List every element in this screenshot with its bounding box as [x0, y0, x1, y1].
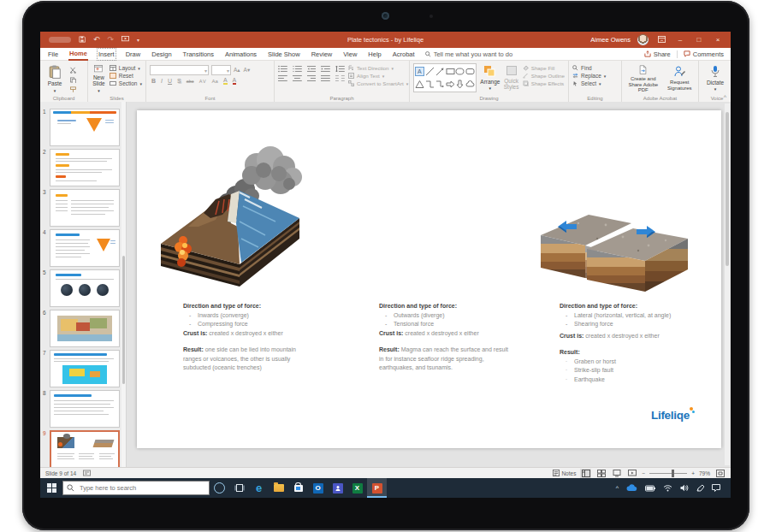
zoom-slider-thumb[interactable]	[672, 470, 674, 477]
justify-icon[interactable]	[321, 74, 330, 82]
character-spacing-icon[interactable]: AV	[199, 79, 207, 84]
task-view-button[interactable]	[229, 478, 249, 498]
save-icon[interactable]	[79, 36, 86, 44]
line-spacing-icon[interactable]	[335, 65, 345, 73]
fit-to-window-button[interactable]	[714, 469, 726, 478]
tell-me-search[interactable]: Tell me what you want to do	[425, 50, 513, 58]
slide-thumbnail-9-selected[interactable]	[50, 430, 120, 470]
battery-icon[interactable]	[645, 485, 655, 492]
shape-fill-button[interactable]: Shape Fill	[523, 65, 565, 71]
bullets-icon[interactable]	[278, 65, 287, 73]
tab-view[interactable]: View	[342, 49, 358, 60]
collapse-ribbon-button[interactable]: ^	[724, 94, 726, 100]
zoom-slider[interactable]	[649, 473, 687, 474]
minimize-button[interactable]: –	[674, 36, 686, 44]
edge-button[interactable]: e	[249, 478, 269, 498]
underline-icon[interactable]: U	[168, 78, 172, 84]
quick-styles-button[interactable]: Quick Styles	[503, 63, 518, 93]
tab-review[interactable]: Review	[311, 49, 334, 60]
numbering-icon[interactable]	[293, 65, 302, 73]
slideshow-view-button[interactable]	[626, 469, 637, 478]
text-shadow-icon[interactable]: S	[177, 78, 181, 84]
shape-outline-button[interactable]: Shape Outline	[523, 73, 565, 79]
grow-font-icon[interactable]: A▴	[234, 67, 240, 74]
reading-view-button[interactable]	[611, 469, 622, 478]
dictate-button[interactable]: Dictate▾	[702, 63, 728, 93]
text-column-convergent[interactable]: Direction and type of force: Inwards (co…	[183, 302, 315, 373]
tab-slide-show[interactable]: Slide Show	[267, 49, 301, 60]
redo-icon[interactable]: ↷	[108, 36, 115, 44]
slide-thumbnail-4[interactable]	[50, 229, 120, 267]
canvas-scrollbar[interactable]	[725, 103, 730, 465]
text-direction-button[interactable]: Text Direction▾	[348, 65, 408, 71]
close-button[interactable]: ×	[712, 36, 724, 44]
slide-thumbnail-2[interactable]	[50, 149, 120, 186]
onedrive-icon[interactable]	[626, 484, 637, 492]
columns-icon[interactable]	[335, 74, 345, 82]
font-name-combo[interactable]: ▾	[150, 65, 209, 75]
share-button[interactable]: Share	[644, 50, 671, 58]
tab-insert[interactable]: Insert	[98, 49, 116, 60]
autosave-toggle[interactable]	[49, 37, 71, 43]
change-case-icon[interactable]: Aa	[212, 79, 218, 84]
reset-button[interactable]: Reset	[110, 73, 142, 79]
slide-thumbnail-6[interactable]	[50, 310, 120, 347]
align-left-icon[interactable]	[278, 74, 287, 82]
slide-thumbnail-3[interactable]	[50, 189, 120, 227]
cortana-button[interactable]	[210, 478, 229, 498]
restore-button[interactable]: □	[693, 36, 705, 44]
powerpoint-button[interactable]: P	[367, 478, 387, 498]
tab-home[interactable]: Home	[68, 48, 88, 61]
tab-draw[interactable]: Draw	[125, 49, 142, 60]
strikethrough-icon[interactable]: abc	[187, 79, 194, 84]
zoom-out-button[interactable]: −	[642, 470, 645, 476]
taskbar-search-box[interactable]	[62, 481, 210, 495]
file-explorer-button[interactable]	[269, 478, 288, 498]
align-text-button[interactable]: Align Text▾	[348, 73, 408, 79]
start-from-beginning-icon[interactable]	[121, 36, 129, 44]
volume-icon[interactable]	[680, 484, 689, 492]
customize-qat-icon[interactable]: ▾	[137, 38, 139, 43]
avatar[interactable]	[637, 34, 649, 45]
ribbon-display-options-icon[interactable]	[655, 36, 667, 44]
create-share-pdf-button[interactable]: Create and Share Adobe PDF	[625, 63, 660, 93]
normal-view-button[interactable]	[580, 469, 591, 478]
find-button[interactable]: Find	[572, 65, 606, 71]
select-button[interactable]: Select▾	[572, 80, 606, 86]
shape-effects-button[interactable]: Shape Effects	[523, 80, 565, 86]
highlight-color-icon[interactable]: A	[223, 77, 228, 85]
slide-9[interactable]: Direction and type of force: Inwards (co…	[137, 110, 721, 448]
tab-design[interactable]: Design	[151, 49, 172, 60]
increase-indent-icon[interactable]	[321, 65, 330, 73]
shrink-font-icon[interactable]: A▾	[244, 67, 251, 74]
slide-thumbnail-1[interactable]	[50, 109, 120, 146]
align-center-icon[interactable]	[293, 74, 302, 82]
undo-icon[interactable]: ↶	[93, 36, 100, 44]
tab-animations[interactable]: Animations	[224, 49, 258, 60]
copy-icon[interactable]	[69, 77, 77, 84]
section-button[interactable]: Section▾	[110, 80, 142, 86]
slide-thumbnail-5[interactable]	[50, 269, 120, 307]
font-size-combo[interactable]: ▾	[211, 65, 231, 75]
tab-acrobat[interactable]: Acrobat	[392, 49, 416, 60]
fault-block-image[interactable]	[537, 203, 691, 299]
tab-file[interactable]: File	[47, 49, 59, 60]
tab-transitions[interactable]: Transitions	[182, 49, 215, 60]
teams-button[interactable]	[328, 478, 347, 498]
zoom-in-button[interactable]: +	[691, 470, 695, 476]
request-signatures-button[interactable]: Request Signatures	[664, 63, 695, 93]
pen-icon[interactable]	[696, 484, 704, 492]
search-input[interactable]	[78, 483, 201, 493]
account-name[interactable]: Aimee Owens	[590, 36, 631, 44]
slide-thumbnail-7[interactable]	[50, 350, 120, 387]
new-slide-button[interactable]: New Slide▾	[92, 63, 106, 93]
tab-help[interactable]: Help	[367, 49, 382, 60]
slide-thumbnail-8[interactable]	[50, 390, 120, 428]
excel-button[interactable]: X	[347, 478, 367, 498]
notes-button[interactable]: Notes	[553, 470, 576, 476]
arrange-button[interactable]: Arrange▾	[480, 63, 500, 93]
comments-button[interactable]: Comments	[684, 50, 724, 58]
wifi-icon[interactable]	[663, 484, 672, 492]
decrease-indent-icon[interactable]	[307, 65, 317, 73]
paste-button[interactable]: Paste▾	[44, 63, 66, 93]
